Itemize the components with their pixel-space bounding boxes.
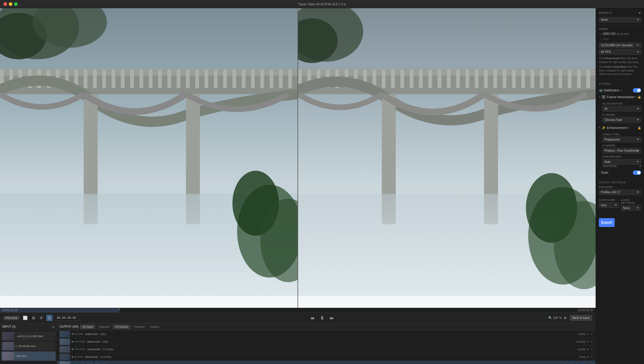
input-add-btn[interactable]: + <box>52 324 55 329</box>
row-toggle-4[interactable]: ▾ <box>587 363 589 364</box>
row-toggle-2[interactable]: ▾ <box>587 348 589 351</box>
svg-rect-67 <box>465 69 469 88</box>
output-row-1[interactable]: ▶ P ⊕ (CHF) 3840x2160 30fps 12m52s ▾ ✕ <box>57 338 595 346</box>
svg-rect-21 <box>140 69 143 88</box>
preview-badge: PREVIEW <box>4 316 19 320</box>
grain-knob <box>637 171 640 174</box>
output-fps-2: 23.976fps <box>102 348 114 351</box>
input-filename-0: ...ok.ID_511111B6.mp4 <box>15 335 43 338</box>
ai-model-enh-select[interactable]: Proteus - Fine-Tune/Enhance <box>602 148 641 153</box>
audio-select[interactable]: None <box>621 205 641 211</box>
p-icon-2: P <box>74 348 76 351</box>
preview-divider[interactable] <box>298 8 298 308</box>
presets-add-icon[interactable]: + <box>638 11 641 15</box>
tab-all-outputs[interactable]: All Outputs <box>113 325 130 329</box>
chf-label-1: (CHF) <box>79 340 85 343</box>
presets-select[interactable]: None <box>599 17 641 23</box>
compare-btn[interactable]: ⧉ <box>31 315 36 321</box>
input-remove-btn-2[interactable]: ▾ <box>53 355 55 358</box>
output-settings-label: OUTPUT SETTINGS <box>599 181 641 184</box>
minimize-button[interactable] <box>9 2 12 6</box>
preview-left <box>0 8 298 308</box>
svg-rect-19 <box>121 69 125 88</box>
chf-label-0: (CHF) <box>77 333 83 335</box>
stabilization-toggle[interactable] <box>633 88 641 93</box>
encoder-select[interactable]: ProRes 422 LT <box>599 189 641 195</box>
params-select[interactable]: Auto <box>602 159 641 165</box>
clip-mode-btn[interactable]: ⬜ <box>22 315 29 321</box>
grain-toggle[interactable] <box>633 170 641 175</box>
svg-rect-69 <box>484 69 488 88</box>
playback-controls: ⏮ ⏸ ⏭ <box>309 315 335 321</box>
output-res-select[interactable]: 5120x2880 (4x Upscale) <box>599 42 641 48</box>
frame-mode-btn[interactable]: ⊡ <box>46 315 52 321</box>
row-delete-2[interactable]: ✕ <box>591 348 593 351</box>
presets-label-text: PRESETS <box>599 11 612 14</box>
output-thumb-2 <box>60 346 70 353</box>
svg-rect-79 <box>577 69 581 88</box>
close-button[interactable] <box>4 2 7 6</box>
row-delete-4[interactable]: ✕ <box>591 363 593 364</box>
svg-rect-70 <box>493 69 497 88</box>
row-toggle-1[interactable]: ▾ <box>587 340 589 343</box>
frame-interp-lock: 🔒 <box>638 95 641 99</box>
input-item-0[interactable]: ...ok.ID_511111B6.mp4 <box>1 331 56 341</box>
enhancement-chevron: ▾ <box>599 126 600 129</box>
output-options-btn[interactable]: ⋮ <box>590 325 593 328</box>
output-row-3[interactable]: ▶ ⊕ (CHF) 3840x2160 23.976fps 3m3s ▾ ✕ <box>57 353 595 361</box>
play-icon-0: ▶ <box>72 333 74 335</box>
row-delete-1[interactable]: ✕ <box>591 340 593 343</box>
svg-rect-18 <box>112 69 115 88</box>
export-button[interactable]: Export <box>599 218 615 227</box>
output-row-0[interactable]: ▶ ⊕ (CHF) 1080x1916 50fps 7m20s ▾ ✕ <box>57 330 595 338</box>
chf-label-3: (CHF) <box>77 356 83 358</box>
tab-exports[interactable]: Exports <box>148 325 162 329</box>
input-item-1[interactable]: 1. HD 60 fps.mov <box>1 341 56 351</box>
svg-rect-78 <box>568 69 572 88</box>
maximize-button[interactable] <box>14 2 18 6</box>
video-section: VIDEO ↘ 1280×720 @ 24 FPS ↓ OUT 5120x288… <box>596 25 644 80</box>
slow-motion-select[interactable]: 4x <box>602 106 641 112</box>
enhancement-header[interactable]: ▾ ✨ Enhancement R 🔒 <box>599 124 641 131</box>
ai-model-interp-select[interactable]: Chronos Fast <box>602 117 641 123</box>
output-row-2[interactable]: ▶ P ⊕ (CHF) 1920x1080 23.976fps 1m28s ▾ … <box>57 346 595 353</box>
rewind-btn[interactable]: ⏮ <box>309 315 316 321</box>
export-section: Export <box>596 215 644 230</box>
zoom-dropdown-btn[interactable]: ▾ <box>563 315 567 321</box>
tab-all-inputs[interactable]: All Inputs <box>80 325 95 329</box>
svg-rect-62 <box>419 69 423 88</box>
video-type-select[interactable]: Progressive <box>602 137 641 142</box>
add-noise-row: ADD NOISE 0 <box>602 165 641 168</box>
back-to-input-btn[interactable]: Back to Input <box>570 315 592 321</box>
input-item-2[interactable]: 720p.mov ▾ <box>1 351 56 361</box>
row-toggle-0[interactable]: ▾ <box>587 332 589 336</box>
timeline-thumb[interactable] <box>118 308 120 312</box>
presets-label: PRESETS + <box>599 11 641 15</box>
output-row-4[interactable]: ▶ P ⊕ (CHF) 5120x2880 60fps 4m37s (0.74p… <box>57 361 595 364</box>
plus-icon-0: ⊕ <box>74 333 76 335</box>
loop-btn[interactable]: ↺ <box>38 315 44 321</box>
row-delete-0[interactable]: ✕ <box>591 332 593 336</box>
output-icons-3: ▶ ⊕ (CHF) <box>72 356 83 358</box>
output-panel: OUTPUT (4/5) All Inputs Selected All Out… <box>57 323 596 364</box>
frame-interp-icon: 🎬 <box>601 95 606 99</box>
container-select[interactable]: mov <box>599 202 619 208</box>
container-label: CONTAINER <box>599 199 619 201</box>
timeline-start-time: 00:00:00:00 <box>2 309 18 312</box>
bridge-preview-right <box>298 8 596 308</box>
enhancement-left: ▾ ✨ Enhancement R <box>599 126 629 130</box>
video-label-text: VIDEO <box>599 28 608 30</box>
frame-interp-header[interactable]: ▾ 🎬 Frame Interpolation R 🔒 <box>599 94 641 100</box>
row-delete-3[interactable]: ✕ <box>591 355 593 358</box>
timeline[interactable]: 00:00:00:00 00:00:02:00 <box>0 308 596 312</box>
video-type-label: VIDEO TYPE <box>602 133 641 136</box>
pause-btn[interactable]: ⏸ <box>319 315 326 321</box>
output-fps-select[interactable]: 60 FPS <box>599 49 641 55</box>
tab-previews[interactable]: Previews <box>132 325 147 329</box>
tab-selected[interactable]: Selected <box>97 325 111 329</box>
stabilization-label: Stabilization <box>604 89 619 92</box>
output-res-2: 1920x1080 <box>87 348 100 351</box>
row-toggle-3[interactable]: ▾ <box>587 355 589 358</box>
forward-btn[interactable]: ⏭ <box>329 315 335 321</box>
window-controls <box>4 2 18 6</box>
